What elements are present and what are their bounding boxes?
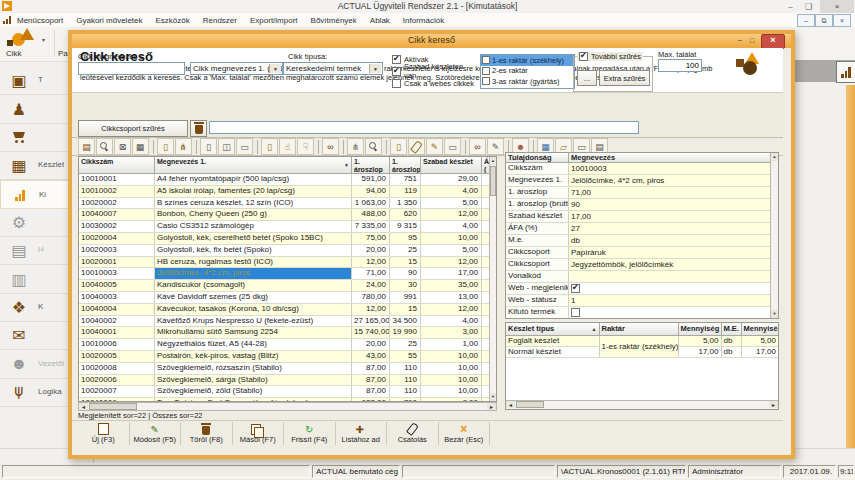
menu-item[interactable]: Menücsoport [17,16,63,25]
sidebar-item-addons[interactable]: ❖K [0,293,77,322]
property-row[interactable]: Vonalkód [506,271,770,283]
scrollbar-thumb[interactable] [490,166,496,196]
table-row[interactable]: 10010003 Jelölőcímke, 4*2 cm, piros 71,0… [79,268,491,280]
sidebar-item-cart[interactable] [0,123,77,152]
add-to-list-button[interactable]: ✚ Listához ad [336,422,388,445]
horizontal-scrollbar[interactable]: ◄ ► [506,400,778,409]
edit-button[interactable]: ✎ Módosít (F5) [130,422,182,445]
property-row[interactable]: Szabad készlet 17,00 [506,211,770,223]
property-row[interactable]: 1. ároszlop (bruttó) 90 [506,199,770,211]
hand-up-icon[interactable]: ☝ [279,138,296,155]
table-row[interactable]: 10020007 Szövegkiemelő, zöld (Stabilo) 8… [79,386,491,398]
clear-group-filter-button[interactable] [190,120,207,137]
card-icon[interactable]: ▭ [236,138,253,155]
scrollbar-thumb[interactable] [89,403,137,410]
hand-down-icon[interactable]: ☟ [297,138,314,155]
table-row[interactable]: 10040004 Kávécukor, tasakos (Korona, 10 … [79,304,491,316]
extra-filter-button[interactable]: Extra szűrés [599,70,650,86]
menu-item[interactable]: Gyakori műveletek [76,16,142,25]
kimutatasok-chart-icon[interactable] [836,61,855,83]
horizontal-scrollbar[interactable]: ◄ ► [78,402,497,411]
stock-row[interactable]: Foglalt készlet 1-es raktár (székhely) 5… [506,335,778,346]
column-header[interactable]: Szabad készlet [421,157,482,174]
menu-item[interactable]: Információk [403,16,444,25]
property-row[interactable]: Web - státusz 1 [506,295,770,307]
more-filter-toggle[interactable]: További szűrés [577,52,643,61]
property-row[interactable]: Web - megjelenik [506,283,770,295]
close-button[interactable]: × Bezár (Esc) [439,422,491,445]
attach2-icon[interactable] [408,138,425,155]
toolbar-icon[interactable] [318,140,319,154]
property-row[interactable]: Megnevezés 1. Jelölőcímke, 4*2 cm, piros [506,175,770,187]
scrollbar-thumb[interactable] [516,401,544,408]
menu-item[interactable]: Bővítmények [311,16,357,25]
mdi-close-button[interactable]: × [833,14,851,27]
toolbar-icon[interactable] [196,140,197,154]
column-header[interactable]: 1. ároszlop (bruttó) [390,157,421,174]
scroll-left-icon[interactable]: ◄ [79,403,88,410]
doc-icon[interactable]: ▯ [261,138,278,155]
form-icon[interactable]: ▯ [200,138,217,155]
zoom-icon[interactable] [365,138,382,155]
table-row[interactable]: 10040005 Kandiscukor (csomagolt) 24,00 3… [79,280,491,292]
scroll-right-icon[interactable]: ► [487,403,496,410]
scroll-up-icon[interactable]: ▲ [490,157,496,165]
columns-icon[interactable]: ▦ [132,138,149,155]
chevron-down-icon[interactable]: ▾ [42,36,45,43]
eyes-icon[interactable]: ∞ [469,138,486,155]
property-row[interactable]: Kifutó termék [506,307,770,318]
chevron-down-icon[interactable]: ▼ [269,64,281,73]
toolbar-icon[interactable] [153,140,154,154]
org-search-icon[interactable]: ⋔ [347,138,364,155]
sidebar-item-keszlet[interactable]: ▦Készlet [0,151,77,180]
table-row[interactable]: 10020001 HB ceruza, rugalmas testű (ICO)… [79,257,491,269]
column-header[interactable]: Cikkszám [79,157,155,174]
dialog-close-button[interactable]: × [761,34,785,49]
table-row[interactable]: 10020003 Golyóstoll, kék, fix betét (Spo… [79,245,491,257]
table-row[interactable]: 10010001 A4 fehér nyomtatópapír (500 lap… [79,174,491,186]
table-row[interactable]: 10020005 Postairón, kék-piros, vastag (B… [79,351,491,363]
menu-item[interactable]: Export/import [250,16,298,25]
scroll-down-icon[interactable]: ▼ [490,393,496,401]
binoculars-icon[interactable]: ∞ [322,138,339,155]
max-results-input[interactable] [658,59,702,72]
delete-button[interactable]: Töröl (F8) [181,422,233,445]
dialog-minimize-button[interactable]: – [734,36,746,46]
table-row[interactable]: 10010002 A5 iskolai írólap, famentes (20… [79,186,491,198]
warehouse-item[interactable]: 2-es raktár [481,66,574,77]
sidebar-item-mail[interactable]: ✉ [0,321,77,350]
column-header[interactable]: Megnevezés 1.▼ [155,157,352,174]
mdi-restore-button[interactable]: ⧉ [815,14,833,27]
cikkcsoport-filter-input[interactable] [209,121,639,134]
table-row[interactable]: 10020006 Szövegkiemelő, sárga (Stabilo) … [79,375,491,387]
refresh-button[interactable]: ↻ Frissít (F4) [284,422,336,445]
chart-card-icon[interactable]: ◫ [218,138,235,155]
checkbox-icon[interactable] [482,77,490,85]
table-row[interactable]: 10040003 Kávé Davidoff szemes (25 dkg) 7… [79,292,491,304]
toolbar-icon[interactable] [343,140,344,154]
scroll-down-icon[interactable]: ▼ [771,310,778,318]
menu-item[interactable]: Eszközök [156,16,190,25]
sidebar-item-settings[interactable]: ⚙ [0,208,77,237]
warehouse-item[interactable]: 3-as raktár (gyártás) [481,76,574,87]
vertical-scrollbar[interactable]: ▲ ▼ [770,153,778,318]
pencil2-icon[interactable]: ✎ [487,138,504,155]
column-header[interactable]: 1. ároszlop [352,157,390,174]
search-icon[interactable] [96,138,113,155]
name-filter-input[interactable] [78,62,185,75]
menu-item[interactable]: Ablak [370,16,390,25]
pencil-icon[interactable]: ✎ [426,138,443,155]
search-field-combo[interactable]: Cikk megnevezés 1. (F11)▼ [190,62,283,75]
note-icon[interactable]: ▭ [444,138,461,155]
window-minimize-button[interactable]: – [783,0,798,12]
checkbox-icon[interactable] [482,56,490,64]
scroll-right-icon[interactable]: ► [769,401,778,408]
window-close-button[interactable]: × [820,0,854,13]
scroll-left-icon[interactable]: ◄ [506,401,515,408]
table-row[interactable]: 10010006 Négyzethálós füzet, A5 (44-28) … [79,339,491,351]
mdi-minimize-button[interactable]: – [797,14,815,27]
clear-filter-icon[interactable]: ⊠ [114,138,131,155]
szabad-keszleten-checkbox[interactable]: Szabad készleten van [392,65,477,77]
sidebar-item-manager-info[interactable]: ☻Vezetői [0,350,77,379]
cikkcsoport-filter-button[interactable]: Cikkcsoport szűrés [78,120,188,137]
